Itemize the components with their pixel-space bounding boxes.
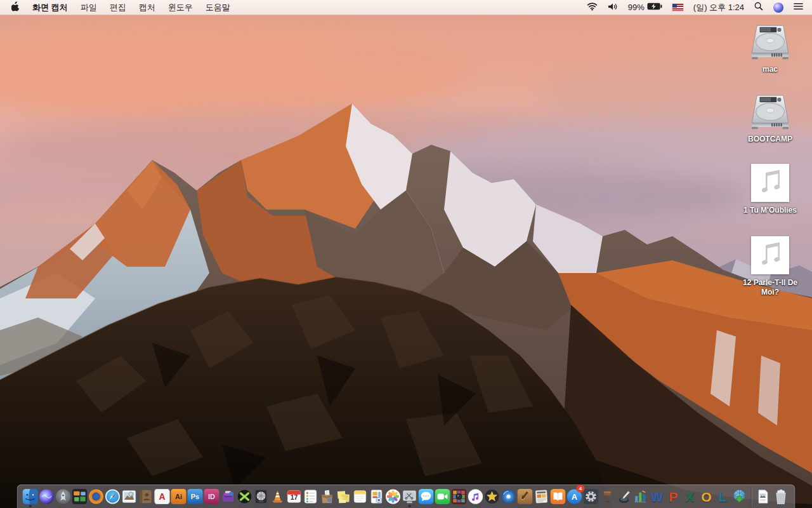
system-preferences-dock-icon[interactable] [583, 487, 599, 506]
firefox-dock-icon[interactable] [88, 487, 105, 506]
hard-drive-icon [749, 94, 791, 131]
siri-menu[interactable] [768, 3, 789, 13]
illustrator-dock-icon[interactable]: Ai [171, 487, 187, 506]
garageband-dock-icon[interactable] [517, 487, 534, 506]
itunes-dock-icon[interactable] [468, 487, 484, 506]
grab-icon [402, 489, 417, 504]
siri-dock-icon[interactable] [39, 487, 55, 506]
menu-item-2[interactable]: 편집 [103, 1, 133, 15]
desktop-icon-label: 12 Parle-T-Il De Moi? [733, 278, 807, 297]
outlook-icon [699, 489, 714, 504]
powerpoint-dock-icon[interactable]: P [665, 487, 682, 506]
pages-dock-icon[interactable] [616, 487, 632, 506]
facetime-dock-icon[interactable] [435, 487, 451, 506]
unarchiver-dock-icon[interactable] [319, 487, 336, 506]
imovie-dock-icon[interactable] [484, 487, 501, 506]
contacts-dock-icon[interactable] [138, 487, 154, 506]
outlook-dock-icon[interactable]: O [698, 487, 715, 506]
finder-icon [23, 489, 38, 504]
garageband-icon [518, 489, 533, 504]
system-preferences-icon [584, 489, 599, 504]
downloader-dock-icon[interactable] [731, 487, 748, 506]
photoshop-icon [188, 489, 203, 504]
vlc-dock-icon[interactable] [270, 487, 286, 506]
menu-item-3[interactable]: 캡처 [133, 1, 162, 15]
templates-icon [369, 489, 384, 504]
app-store-dock-icon[interactable]: A4 [566, 487, 583, 506]
powerpoint-icon [666, 489, 681, 504]
photoshop-dock-icon[interactable]: Ps [187, 487, 204, 506]
stickies-dock-icon[interactable] [336, 487, 352, 506]
comic-life-dock-icon[interactable] [534, 487, 550, 506]
green-x-dock-icon[interactable] [237, 487, 253, 506]
us-flag-icon [672, 4, 683, 11]
firefox-icon [89, 489, 104, 504]
fan-drive-dock-icon[interactable] [253, 487, 270, 506]
grab-dock-icon[interactable] [402, 487, 418, 506]
desktop-icons: macBOOTCAMP1 Tu M'Oublies12 Parle-T-Il D… [730, 15, 811, 333]
menu-app-name[interactable]: 화면 캡처 [26, 1, 74, 15]
menu-bar: 화면 캡처파일편집캡처윈도우도움말 [0, 0, 812, 15]
menu-item-4[interactable]: 윈도우 [162, 1, 199, 15]
launchpad-dock-icon[interactable] [55, 487, 72, 506]
desktop-icon-12-parle-t-il-de-moi[interactable]: 12 Parle-T-Il De Moi? [730, 236, 811, 297]
safari-dock-icon[interactable] [105, 487, 121, 506]
wifi-menu[interactable] [582, 3, 603, 13]
fan-drive-icon [254, 489, 269, 504]
excel-icon [683, 489, 698, 504]
templates-dock-icon[interactable] [369, 487, 385, 506]
reminders-dock-icon[interactable] [303, 487, 319, 506]
imovie-icon [485, 489, 500, 504]
audio-file-icon [751, 164, 789, 202]
lync-dock-icon[interactable]: L [715, 487, 731, 506]
notification-center-menu[interactable] [789, 3, 808, 12]
dvd-icon [501, 489, 516, 504]
calendar-dock-icon[interactable]: 17 [286, 487, 303, 506]
menu-item-5[interactable]: 도움말 [199, 1, 237, 15]
photo-booth-dock-icon[interactable] [451, 487, 468, 506]
desktop-icon-bootcamp[interactable]: BOOTCAMP [730, 94, 811, 144]
image-file-dock-icon[interactable] [755, 487, 771, 506]
menu-item-1[interactable]: 파일 [74, 1, 103, 15]
facetime-icon [435, 489, 450, 504]
calendar-icon [287, 489, 302, 504]
preview-dock-icon[interactable] [121, 487, 138, 506]
menu-bar-clock: (일) 오후 1:24 [693, 2, 744, 13]
photo-booth-icon [452, 489, 467, 504]
desktop-icon-mac[interactable]: mac [730, 24, 811, 74]
toast-dock-icon[interactable] [220, 487, 237, 506]
acrobat-dock-icon[interactable]: A [154, 487, 171, 506]
apple-logo-icon [11, 1, 20, 13]
preview-icon [122, 489, 137, 504]
battery-menu[interactable]: 99% [623, 3, 667, 12]
trash-dock-icon[interactable] [771, 487, 790, 506]
unarchiver-icon [320, 489, 335, 504]
messages-icon [419, 489, 434, 504]
desktop-icon-1-tu-m-oublies[interactable]: 1 Tu M'Oublies [730, 164, 811, 215]
numbers-dock-icon[interactable] [632, 487, 649, 506]
excel-dock-icon[interactable]: X [682, 487, 698, 506]
desktop-wallpaper [0, 0, 812, 508]
downloader-icon [732, 489, 747, 504]
desktop-icon-label: 1 Tu M'Oublies [743, 206, 797, 215]
clock-menu[interactable]: (일) 오후 1:24 [688, 2, 749, 13]
input-source-menu[interactable] [667, 4, 688, 11]
messages-dock-icon[interactable] [418, 487, 435, 506]
keynote-dock-icon[interactable] [599, 487, 616, 506]
dvd-dock-icon[interactable] [501, 487, 517, 506]
battery-percent: 99% [628, 3, 645, 12]
ibooks-dock-icon[interactable] [550, 487, 566, 506]
apple-menu[interactable] [4, 1, 26, 13]
photos-dock-icon[interactable] [385, 487, 402, 506]
numbers-icon [633, 489, 648, 504]
launchpad-icon [56, 489, 71, 504]
indesign-dock-icon[interactable]: ID [204, 487, 220, 506]
photos-icon [386, 489, 401, 504]
indesign-icon [204, 489, 219, 504]
volume-menu[interactable] [603, 3, 623, 13]
word-dock-icon[interactable]: W [649, 487, 665, 506]
spotlight-menu[interactable] [749, 2, 768, 13]
notes-dock-icon[interactable] [352, 487, 369, 506]
finder-dock-icon[interactable] [22, 487, 39, 506]
mission-control-dock-icon[interactable] [72, 487, 88, 506]
